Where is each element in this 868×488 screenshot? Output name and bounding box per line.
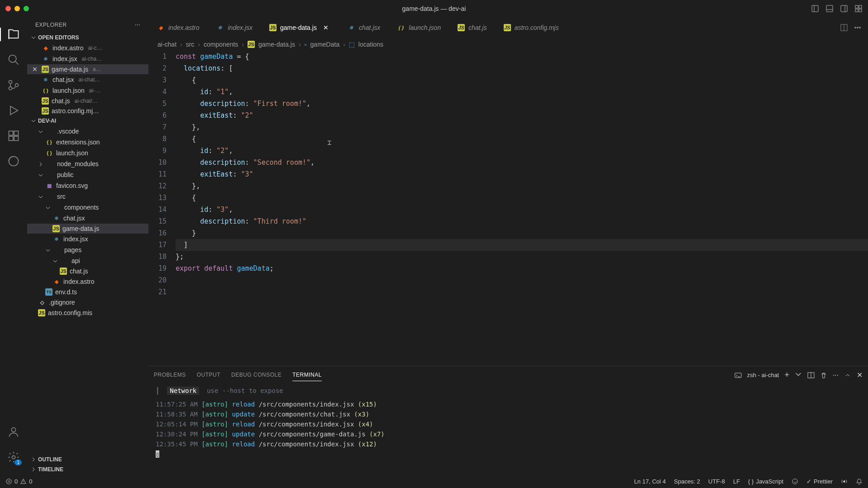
panel-tab-output[interactable]: OUTPUT	[197, 369, 220, 381]
toggle-panel-icon[interactable]	[825, 5, 834, 13]
open-editor-item[interactable]: ⚛chat.jsxai-chat…	[27, 74, 148, 85]
status-bell-icon[interactable]	[856, 478, 863, 485]
editor-tab[interactable]: JSgame-data.js✕	[261, 17, 339, 38]
file-item[interactable]: ⚛chat.jsx	[27, 213, 148, 224]
toggle-secondary-sidebar-icon[interactable]	[840, 5, 848, 13]
run-debug-tab[interactable]	[0, 98, 27, 123]
folder-item[interactable]: public	[27, 169, 148, 180]
folder-item[interactable]: src	[27, 191, 148, 202]
maximize-panel-icon[interactable]	[844, 372, 851, 379]
file-item[interactable]: ◇.gitignore	[27, 297, 148, 308]
file-item[interactable]: { }extensions.json	[27, 137, 148, 148]
status-spaces[interactable]: Spaces: 2	[674, 478, 700, 485]
split-editor-icon[interactable]	[840, 24, 848, 32]
chevron-down-icon	[38, 194, 43, 199]
breadcrumb[interactable]: ai-chat › src › components › JSgame-data…	[148, 38, 868, 51]
more-terminal-actions-icon[interactable]: ⋯	[833, 372, 839, 378]
status-cursor[interactable]: Ln 17, Col 4	[634, 478, 666, 485]
status-prettier[interactable]: ✓ Prettier	[806, 478, 833, 485]
folder-item[interactable]: components	[27, 202, 148, 213]
folder-item[interactable]: pages	[27, 244, 148, 255]
source-control-tab[interactable]	[0, 72, 27, 98]
svg-point-12	[9, 81, 12, 84]
edge-tools-tab[interactable]	[0, 148, 27, 174]
split-terminal-icon[interactable]	[807, 372, 815, 379]
status-bar: 0 0 Ln 17, Col 4 Spaces: 2 UTF-8 LF { } …	[0, 474, 868, 488]
terminal-dropdown-icon[interactable]	[795, 371, 802, 379]
customize-layout-icon[interactable]	[854, 5, 863, 13]
new-terminal-icon[interactable]: +	[784, 370, 789, 380]
open-editor-item[interactable]: ◆index.astroai-c…	[27, 43, 148, 53]
explorer-sidebar: EXPLORER ⋯ OPEN EDITORS ◆index.astroai-c…	[27, 17, 148, 474]
svg-rect-16	[9, 131, 13, 135]
status-errors[interactable]: 0 0	[5, 478, 32, 485]
folder-item[interactable]: api	[27, 255, 148, 266]
timeline-section[interactable]: TIMELINE	[27, 464, 148, 474]
extensions-tab[interactable]	[0, 123, 27, 148]
search-tab[interactable]	[0, 47, 27, 72]
open-editor-item[interactable]: { }launch.jsonai-…	[27, 85, 148, 96]
explorer-tab[interactable]	[0, 22, 27, 47]
svg-rect-8	[855, 9, 858, 12]
editor-tab[interactable]: JSastro.config.mjs	[496, 17, 568, 38]
open-editor-item[interactable]: ✕JSgame-data.jsa…	[27, 64, 148, 74]
more-actions-icon[interactable]	[854, 24, 862, 32]
panel-tab-terminal[interactable]: TERMINAL	[292, 369, 322, 381]
folder-item[interactable]: node_modules	[27, 158, 148, 169]
open-editors-section[interactable]: OPEN EDITORS	[27, 33, 148, 43]
code-editor[interactable]: 123456789101112131415161718192021 const …	[148, 51, 868, 366]
accounts-button[interactable]	[0, 419, 27, 445]
terminal-label[interactable]: zsh - ai-chat	[747, 372, 779, 378]
file-item[interactable]: ⚛index.jsx	[27, 234, 148, 244]
file-item[interactable]: ▦favicon.svg	[27, 180, 148, 191]
panel-actions: zsh - ai-chat + ⋯ ✕	[734, 370, 863, 380]
editor-tab[interactable]: ⚛index.jsx	[208, 17, 261, 38]
outline-section[interactable]: OUTLINE	[27, 455, 148, 464]
toggle-primary-sidebar-icon[interactable]	[811, 5, 819, 13]
editor-tab[interactable]: { }launch.json	[389, 17, 449, 38]
file-item[interactable]: JSgame-data.js	[27, 224, 148, 234]
svg-rect-18	[9, 136, 13, 140]
status-language[interactable]: { } JavaScript	[748, 478, 783, 485]
close-editor-icon[interactable]: ✕	[31, 66, 39, 73]
status-feedback-icon[interactable]	[792, 478, 798, 485]
close-tab-icon[interactable]: ✕	[323, 24, 330, 31]
editor-tab[interactable]: JSchat.js	[449, 17, 495, 38]
open-editor-item[interactable]: JSastro.config.mj…	[27, 106, 148, 116]
editor-tab[interactable]: ⚛chat.jsx	[339, 17, 389, 38]
panel-tab-debug-console[interactable]: DEBUG CONSOLE	[231, 369, 281, 381]
line-gutter: 123456789101112131415161718192021	[148, 51, 176, 366]
editor-tab[interactable]: ◆index.astro	[148, 17, 208, 38]
folder-item[interactable]: .vscode	[27, 126, 148, 137]
editor-area: ◆index.astro⚛index.jsxJSgame-data.js✕⚛ch…	[148, 17, 868, 474]
svg-rect-19	[14, 136, 18, 140]
sidebar-more-icon[interactable]: ⋯	[135, 22, 141, 28]
terminal-output[interactable]: ┃ Network use --host to expose 11:57:25 …	[148, 381, 868, 474]
terminal-profile-icon[interactable]	[734, 372, 742, 379]
close-panel-icon[interactable]: ✕	[857, 371, 863, 379]
kill-terminal-icon[interactable]	[820, 372, 827, 379]
file-item[interactable]: { }launch.json	[27, 148, 148, 158]
maximize-window-button[interactable]	[24, 6, 29, 11]
file-item[interactable]: JSchat.js	[27, 266, 148, 276]
status-broadcast-icon[interactable]	[841, 478, 848, 485]
status-eol[interactable]: LF	[733, 478, 740, 485]
svg-rect-2	[826, 5, 833, 12]
svg-point-22	[12, 456, 15, 459]
open-editor-item[interactable]: JSchat.jsai-chat/…	[27, 96, 148, 106]
project-section[interactable]: DEV-AI	[27, 116, 148, 126]
open-editor-item[interactable]: ⚛index.jsxai-cha…	[27, 53, 148, 64]
settings-gear-button[interactable]: 1	[0, 445, 27, 470]
minimize-window-button[interactable]	[14, 6, 20, 11]
chevron-down-icon	[38, 172, 43, 177]
file-item[interactable]: ◆index.astro	[27, 276, 148, 287]
status-encoding[interactable]: UTF-8	[708, 478, 725, 485]
file-item[interactable]: JSastro.config.mis	[27, 308, 148, 318]
file-item[interactable]: TSenv.d.ts	[27, 287, 148, 297]
close-window-button[interactable]	[5, 6, 11, 11]
panel-tab-problems[interactable]: PROBLEMS	[154, 369, 186, 381]
chevron-down-icon	[31, 35, 36, 40]
editor-tabs: ◆index.astro⚛index.jsxJSgame-data.js✕⚛ch…	[148, 17, 868, 38]
traffic-lights	[5, 6, 29, 11]
svg-point-21	[11, 428, 15, 432]
